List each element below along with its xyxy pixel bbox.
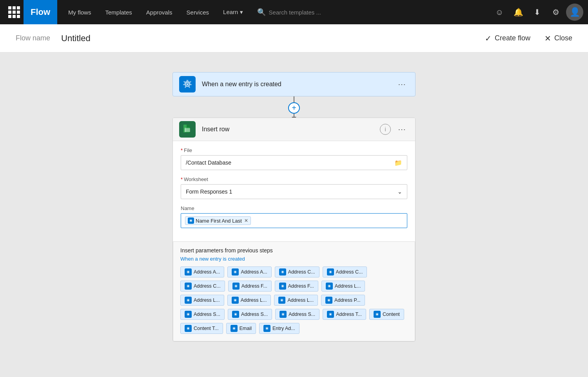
params-grid: Address A... Address A... Address C... — [180, 266, 408, 334]
close-button[interactable]: ✕ Close — [544, 34, 572, 43]
param-chip-icon — [185, 283, 192, 290]
svg-point-32 — [281, 299, 283, 301]
avatar[interactable]: 👤 — [566, 4, 583, 21]
nav-services[interactable]: Services — [180, 0, 216, 24]
param-chip[interactable]: Address L... — [227, 295, 271, 306]
params-link[interactable]: When a new entry is created — [180, 256, 408, 262]
nav-my-flows[interactable]: My flows — [61, 0, 98, 24]
param-chip-icon — [279, 283, 286, 290]
param-chip-icon — [232, 268, 239, 276]
file-label: * File — [181, 147, 407, 153]
waffle-button[interactable] — [5, 0, 24, 24]
param-chip[interactable]: Address S... — [275, 309, 319, 320]
param-chip-icon — [185, 297, 192, 304]
worksheet-select[interactable]: Form Responses 1 ⌄ — [181, 184, 407, 199]
param-chip-label: Address A... — [194, 269, 220, 275]
action-form: * File /Contact Database 📁 * Worksheet — [173, 141, 415, 242]
param-chip-label: Address L... — [241, 297, 267, 303]
download-icon[interactable]: ⬇ — [528, 4, 546, 21]
action-title: Insert row — [202, 126, 380, 133]
create-flow-button[interactable]: ✓ Create flow — [485, 34, 530, 43]
svg-point-28 — [187, 299, 189, 301]
param-chip[interactable]: Content — [369, 309, 404, 320]
param-chip[interactable]: Address S... — [228, 309, 272, 320]
svg-rect-4 — [187, 125, 190, 127]
param-chip-label: Address T... — [336, 312, 362, 317]
search-input[interactable] — [269, 9, 371, 16]
param-chip-label: Address C... — [194, 283, 221, 289]
param-chip[interactable]: Email — [226, 323, 256, 334]
feedback-icon[interactable]: ☺ — [491, 4, 508, 21]
name-label: Name — [181, 205, 407, 211]
search-icon: 🔍 — [257, 8, 266, 16]
param-chip[interactable]: Address F... — [275, 281, 318, 292]
subheader-actions: ✓ Create flow ✕ Close — [485, 34, 572, 43]
svg-point-50 — [266, 328, 268, 329]
svg-point-18 — [330, 271, 331, 273]
action-card: Insert row i ⋯ * File /Contact Database … — [172, 118, 416, 342]
close-icon: ✕ — [544, 34, 551, 43]
param-chip[interactable]: Address C... — [275, 266, 319, 277]
name-token: Name First And Last ✕ — [185, 216, 251, 225]
nav-learn[interactable]: Learn ▾ — [216, 0, 250, 24]
app-logo[interactable]: Flow — [24, 0, 57, 24]
param-chip[interactable]: Entry Ad... — [259, 323, 299, 334]
flow-name-label: Flow name — [16, 34, 50, 42]
svg-point-20 — [187, 285, 189, 287]
param-chip-label: Content T... — [194, 326, 219, 331]
nav-templates[interactable]: Templates — [98, 0, 139, 24]
param-chip[interactable]: Address L... — [274, 295, 318, 306]
connector-arrow — [294, 114, 294, 118]
param-chip-label: Address S... — [194, 312, 220, 317]
param-chip[interactable]: Address A... — [227, 266, 271, 277]
param-chip[interactable]: Address L... — [321, 281, 365, 292]
topnav: Flow My flows Templates Approvals Servic… — [0, 0, 588, 24]
action-menu-button[interactable]: ⋯ — [395, 123, 409, 136]
param-chip-label: Address A... — [241, 269, 267, 275]
param-chip[interactable]: Address C... — [323, 266, 367, 277]
param-chip-icon — [327, 268, 334, 276]
param-chip-icon — [232, 297, 239, 304]
svg-point-2 — [187, 83, 188, 85]
svg-point-24 — [282, 285, 283, 287]
param-chip-icon — [263, 325, 270, 332]
svg-point-30 — [234, 299, 236, 301]
connector-line-top — [294, 96, 294, 102]
trigger-card[interactable]: When a new entry is created ⋯ — [172, 72, 416, 96]
action-card-header[interactable]: Insert row i ⋯ — [173, 118, 415, 141]
token-close-button[interactable]: ✕ — [244, 218, 248, 223]
nav-approvals[interactable]: Approvals — [139, 0, 180, 24]
worksheet-label: * Worksheet — [181, 176, 407, 182]
param-chip[interactable]: Address F... — [228, 281, 272, 292]
svg-point-44 — [376, 314, 378, 315]
param-chip-label: Address L... — [287, 297, 314, 303]
param-chip-label: Address F... — [241, 283, 267, 289]
param-chip[interactable]: Content T... — [180, 323, 223, 334]
param-chip[interactable]: Address C... — [180, 281, 225, 292]
trigger-menu-button[interactable]: ⋯ — [395, 78, 409, 91]
svg-point-14 — [234, 271, 236, 273]
param-chip-icon — [327, 311, 334, 318]
trigger-icon — [179, 76, 196, 92]
settings-icon[interactable]: ⚙ — [547, 4, 564, 21]
param-chip-icon — [230, 325, 238, 332]
param-chip[interactable]: Address P... — [321, 295, 365, 306]
param-chip-icon — [185, 311, 192, 318]
param-chip[interactable]: Address L... — [180, 295, 224, 306]
param-chip[interactable]: Address S... — [180, 309, 225, 320]
file-input[interactable]: /Contact Database 📁 — [181, 155, 407, 170]
checkmark-icon: ✓ — [485, 34, 492, 43]
action-icon — [179, 121, 196, 138]
param-chip-label: Address S... — [289, 312, 315, 317]
add-step-button[interactable]: + — [288, 102, 300, 114]
svg-point-46 — [187, 328, 189, 329]
svg-point-36 — [187, 314, 189, 315]
param-chip[interactable]: Address A... — [180, 266, 224, 277]
name-field-input[interactable]: Name First And Last ✕ — [181, 213, 407, 228]
flow-name-input[interactable] — [58, 32, 172, 45]
info-icon[interactable]: i — [380, 124, 391, 135]
param-chip[interactable]: Address T... — [323, 309, 366, 320]
notifications-icon[interactable]: 🔔 — [510, 4, 527, 21]
trigger-title: When a new entry is created — [202, 81, 395, 88]
name-field: Name Name First And Last ✕ — [181, 205, 407, 228]
